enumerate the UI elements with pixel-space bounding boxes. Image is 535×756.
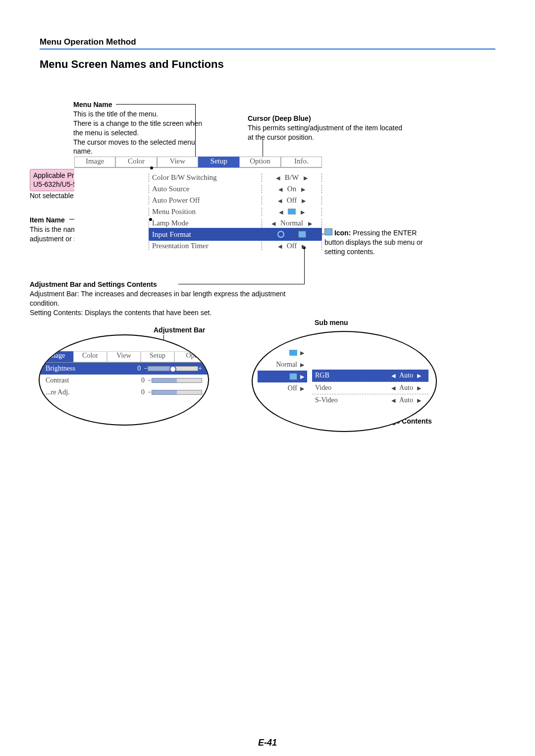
tab-setup[interactable]: Setup xyxy=(198,157,239,167)
annot-submenu-label: Sub menu xyxy=(315,318,348,327)
zl-tab-view[interactable]: View xyxy=(107,351,141,362)
tab-view[interactable]: View xyxy=(157,157,198,167)
annot-icon: Icon: Pressing the ENTER button displays… xyxy=(324,228,433,257)
zl-tab-opt[interactable]: Opt xyxy=(174,351,208,362)
zr-left-row[interactable] xyxy=(258,347,307,359)
menu-item-label: Menu Position xyxy=(149,208,262,216)
menu-item-value: On xyxy=(287,185,296,193)
enter-icon xyxy=(324,228,332,235)
submenu-enter-icon xyxy=(289,373,297,380)
arrow-right-icon[interactable] xyxy=(417,384,421,392)
menu-tabs: Image Color View Setup Option Info. xyxy=(74,157,322,168)
osd-menu: Image Color View Setup Option Info. Colo… xyxy=(74,157,322,247)
menu-item-value: Off xyxy=(287,242,297,250)
arrow-right-icon[interactable] xyxy=(302,196,306,205)
zl-row-value: 0 xyxy=(130,388,148,396)
zr-sub-rgb[interactable]: RGB Auto xyxy=(312,370,428,382)
zl-row-value: 0 xyxy=(126,365,144,373)
tab-info[interactable]: Info. xyxy=(281,157,322,167)
menu-item-label: Auto Source xyxy=(149,185,262,193)
menu-item-label: Lamp Mode xyxy=(149,219,262,227)
arrow-left-icon[interactable] xyxy=(278,185,282,193)
arrow-right-icon[interactable] xyxy=(417,396,421,404)
arrow-left-icon[interactable] xyxy=(391,372,395,379)
zl-row-contrast[interactable]: Contrast 0 − xyxy=(40,375,208,386)
section-header: Menu Operation Method xyxy=(40,37,136,47)
arrow-right-icon[interactable] xyxy=(302,242,306,250)
submenu-enter-icon xyxy=(298,231,306,238)
position-swatch-icon xyxy=(288,209,296,215)
zr-left-row[interactable] xyxy=(258,371,307,382)
zl-row-name: Contrast xyxy=(46,377,130,384)
menu-item-label: Presentation Timer xyxy=(149,242,262,250)
arrow-left-icon[interactable] xyxy=(278,242,282,250)
arrow-right-icon[interactable] xyxy=(300,349,304,357)
arrow-left-icon[interactable] xyxy=(279,208,283,216)
arrow-right-icon[interactable] xyxy=(300,384,304,392)
arrow-right-icon[interactable] xyxy=(300,373,304,380)
annot-adjustment-title: Adjustment Bar and Settings Contents xyxy=(30,280,292,289)
cursor-dot-icon xyxy=(277,231,284,238)
menu-item-presentation-timer[interactable]: Presentation Timer Off xyxy=(149,239,322,252)
annot-menu-name-body: This is the title of the menu. There is … xyxy=(73,109,202,156)
menu-item-value: Normal xyxy=(280,219,303,227)
arrow-left-icon[interactable] xyxy=(276,173,280,182)
arrow-right-icon[interactable] xyxy=(304,173,308,182)
tab-color[interactable]: Color xyxy=(115,157,157,167)
page-number: E-41 xyxy=(0,738,535,748)
arrow-right-icon[interactable] xyxy=(300,361,304,369)
zl-row-adj[interactable]: ...re Adj. 0 − xyxy=(40,386,208,398)
menu-item-label: Input Format xyxy=(149,230,262,239)
arrow-right-icon[interactable] xyxy=(417,372,421,379)
annot-cursor-body: This permits setting/adjustment of the i… xyxy=(248,123,406,142)
tab-option[interactable]: Option xyxy=(239,157,280,167)
zr-sub-name: RGB xyxy=(312,372,384,379)
position-swatch-icon xyxy=(289,350,297,356)
menu-item-value: B/W xyxy=(285,173,299,182)
header-rule xyxy=(40,49,495,50)
zl-tab-image[interactable]: Image xyxy=(40,351,73,362)
annot-icon-title: Icon: xyxy=(334,229,351,237)
arrow-left-icon[interactable] xyxy=(271,219,275,227)
zl-tab-color[interactable]: Color xyxy=(73,351,107,362)
menu-item-label: Auto Power Off xyxy=(149,196,262,205)
adjustment-slider[interactable] xyxy=(152,378,202,383)
zr-left-value: Off xyxy=(288,384,297,392)
annot-adjustment-bar-label: Adjustment Bar xyxy=(154,325,205,335)
submenu-example: Normal Off RGB Auto Video Auto S-Video A… xyxy=(252,331,437,432)
zl-row-brightness[interactable]: Brightness 0 − + xyxy=(40,363,208,375)
annot-adjustment-body: Adjustment Bar: The increases and decrea… xyxy=(30,289,292,318)
zl-row-name: ...re Adj. xyxy=(46,388,130,396)
arrow-right-icon[interactable] xyxy=(301,185,305,193)
adjustment-slider[interactable] xyxy=(148,366,198,371)
zr-left-row[interactable]: Normal xyxy=(258,359,307,371)
menu-item-value: Off xyxy=(287,196,297,205)
page-heading: Menu Screen Names and Functions xyxy=(40,58,224,71)
zr-sub-value: Auto xyxy=(399,372,413,379)
arrow-left-icon[interactable] xyxy=(391,384,395,392)
zl-row-value: 0 xyxy=(130,377,148,384)
zr-sub-value: Auto xyxy=(399,396,413,404)
zr-sub-name: S-Video xyxy=(312,396,384,404)
zl-row-name: Brightness xyxy=(46,365,126,373)
annot-menu-name-title: Menu Name xyxy=(73,100,202,109)
annot-cursor-title: Cursor (Deep Blue) xyxy=(248,114,406,123)
adjustment-bar-example: Image Color View Setup Opt Brightness 0 … xyxy=(39,334,209,426)
arrow-right-icon[interactable] xyxy=(308,219,312,227)
zr-sub-svideo[interactable]: S-Video Auto xyxy=(312,394,428,406)
arrow-left-icon[interactable] xyxy=(391,396,395,404)
tab-image[interactable]: Image xyxy=(74,157,115,167)
zr-sub-name: Video xyxy=(312,384,384,392)
zl-tab-setup[interactable]: Setup xyxy=(141,351,174,362)
arrow-left-icon[interactable] xyxy=(278,196,282,205)
zr-left-value: Normal xyxy=(276,361,297,369)
zr-sub-value: Auto xyxy=(399,384,413,392)
adjustment-slider[interactable] xyxy=(152,390,202,395)
slider-knob-icon[interactable] xyxy=(169,366,176,373)
zr-sub-video[interactable]: Video Auto xyxy=(312,382,428,394)
arrow-right-icon[interactable] xyxy=(301,208,305,216)
menu-item-label: Color B/W Switching xyxy=(149,173,262,182)
zr-left-row[interactable]: Off xyxy=(258,382,307,394)
